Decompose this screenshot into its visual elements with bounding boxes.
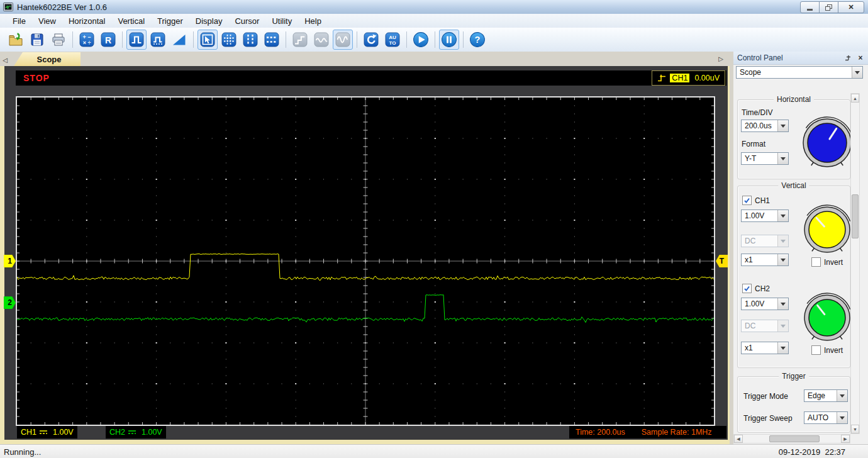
scope-graticule <box>17 98 714 425</box>
control-panel-header: Control Panel × <box>733 52 868 65</box>
svg-text:?: ? <box>475 35 481 45</box>
chevron-down-icon <box>777 254 788 265</box>
menu-item-vertical[interactable]: Vertical <box>111 15 151 27</box>
toolbar-vertical-cursors-button[interactable] <box>240 30 260 50</box>
menu-bar: FileViewHorizontalVerticalTriggerDisplay… <box>0 14 868 28</box>
tab-bar: ◁ Scope <box>0 52 730 66</box>
toolbar-auto-setup-button[interactable]: AUTO <box>382 30 403 50</box>
svg-text:R: R <box>105 35 111 45</box>
trigger-mode-label: Trigger Mode <box>743 392 788 401</box>
menu-item-utility[interactable]: Utility <box>265 15 298 27</box>
toolbar-square-wave-button[interactable] <box>126 30 147 50</box>
panel-vertical-scrollbar[interactable]: ▲ ▼ <box>850 93 860 434</box>
menu-item-file[interactable]: File <box>6 15 32 27</box>
menu-item-help[interactable]: Help <box>298 15 328 27</box>
play-icon <box>413 31 429 48</box>
sine-wave-icon <box>335 32 350 47</box>
status-datetime: 09-12-2019 22:37 <box>779 447 845 457</box>
ch2-volts-select[interactable]: 1.00V <box>741 298 789 310</box>
panel-close-icon[interactable]: × <box>855 53 865 63</box>
toolbar-math-button[interactable]: + −× ÷ <box>77 30 97 50</box>
cursor-select-icon <box>200 32 215 47</box>
ch1-enable-checkbox[interactable]: CH1 <box>742 196 770 205</box>
scroll-up-icon[interactable]: ▲ <box>851 94 859 103</box>
scroll-right-icon[interactable]: ▶ <box>841 435 850 443</box>
trigger-slope-icon <box>657 74 666 82</box>
toolbar-ramp-button[interactable] <box>169 30 189 50</box>
ch2-position-knob[interactable] <box>800 291 854 347</box>
tab-scroll-right-icon[interactable]: ▷ <box>716 52 726 65</box>
trigger-level-marker[interactable]: T <box>716 255 728 267</box>
toolbar-save-button[interactable] <box>27 30 47 50</box>
vertical-cursors-icon <box>243 32 258 47</box>
tab-scope[interactable]: Scope <box>14 52 81 66</box>
menu-item-trigger[interactable]: Trigger <box>151 15 189 27</box>
ch2-position-marker[interactable]: 2 <box>4 296 16 309</box>
refresh-icon <box>364 32 379 47</box>
menu-item-view[interactable]: View <box>32 15 62 27</box>
menu-item-cursor[interactable]: Cursor <box>228 15 265 27</box>
control-panel: Control Panel × Scope Horizontal Time/DI… <box>733 52 868 444</box>
horizontal-cursors-icon <box>264 32 279 47</box>
run-state-indicator: STOP <box>23 73 50 83</box>
toolbar-open-button[interactable] <box>6 30 26 50</box>
ch1-volts-select[interactable]: 1.00V <box>741 209 789 222</box>
toolbar-cursor-select-button[interactable] <box>198 30 218 50</box>
help-icon: ? <box>469 31 486 48</box>
toolbar-square-wave-alt-button[interactable] <box>148 30 168 50</box>
ch1-probe-select[interactable]: x1 <box>741 254 789 266</box>
toolbar-sine-wave-button <box>333 30 353 50</box>
trigger-mode-select[interactable]: Edge <box>804 389 848 402</box>
pin-icon[interactable] <box>843 53 853 63</box>
trigger-group: Trigger <box>737 376 850 433</box>
ch2-probe-select[interactable]: x1 <box>741 342 789 354</box>
restore-button[interactable] <box>819 1 838 13</box>
toolbar-separator <box>72 31 73 48</box>
vertical-scroll-thumb[interactable] <box>852 194 859 238</box>
close-button[interactable]: ✕ <box>838 1 864 13</box>
panel-horizontal-scrollbar[interactable]: ◀ ▶ <box>733 434 850 444</box>
chevron-down-icon <box>777 342 788 354</box>
ch1-position-marker[interactable]: 1 <box>4 255 16 267</box>
menu-item-display[interactable]: Display <box>189 15 229 27</box>
scope-display-area: STOP CH1 0.00uV 1 2 T CH1 1.00 <box>0 66 730 444</box>
toolbar-grid-button[interactable] <box>219 30 239 50</box>
timediv-select[interactable]: 200.0us <box>741 120 789 132</box>
chevron-down-icon <box>777 153 788 164</box>
format-label: Format <box>742 140 765 148</box>
toolbar-print-button[interactable] <box>48 30 69 50</box>
svg-text:AU: AU <box>389 35 396 40</box>
scroll-left-icon[interactable]: ◀ <box>734 435 743 443</box>
tab-scroll-left-icon[interactable]: ◁ <box>0 53 10 66</box>
toolbar-step-wave-button <box>290 30 310 50</box>
step-wave-icon <box>292 32 308 47</box>
ch1-position-knob[interactable] <box>800 203 854 259</box>
menu-item-horizontal[interactable]: Horizontal <box>62 15 112 27</box>
pause-icon <box>441 31 457 48</box>
ch1-coupling-select: DC <box>741 235 789 247</box>
toolbar-refresh-button[interactable] <box>361 30 381 50</box>
trigger-sweep-select[interactable]: AUTO <box>804 411 848 424</box>
toolbar-reference-button[interactable]: R <box>98 30 118 50</box>
toolbar-help-button[interactable]: ? <box>467 30 487 50</box>
chevron-down-icon <box>777 320 788 332</box>
toolbar-horizontal-cursors-button[interactable] <box>262 30 282 50</box>
minimize-button[interactable] <box>800 1 820 13</box>
ch1-invert-checkbox[interactable]: Invert <box>811 257 843 267</box>
horizontal-knob[interactable] <box>799 114 855 173</box>
time-sample-readout: Time: 200.0us Sample Rate: 1MHz <box>569 426 726 438</box>
toolbar-separator <box>357 31 357 48</box>
status-message: Running... <box>4 447 41 457</box>
toolbar-separator <box>463 31 464 48</box>
horizontal-scroll-thumb[interactable] <box>769 435 820 442</box>
ch2-enable-checkbox[interactable]: CH2 <box>742 284 770 293</box>
scroll-down-icon[interactable]: ▼ <box>851 425 859 433</box>
ch2-invert-checkbox[interactable]: Invert <box>811 345 843 355</box>
ch2-readout: CH2 1.00V <box>106 426 166 438</box>
format-select[interactable]: Y-T <box>741 152 789 165</box>
toolbar-play-button[interactable] <box>411 30 431 50</box>
toolbar-pause-button[interactable] <box>439 30 459 50</box>
panel-mode-select[interactable]: Scope <box>736 66 863 79</box>
random-wave-icon <box>314 32 329 47</box>
ch2-coupling-icon <box>128 429 136 435</box>
